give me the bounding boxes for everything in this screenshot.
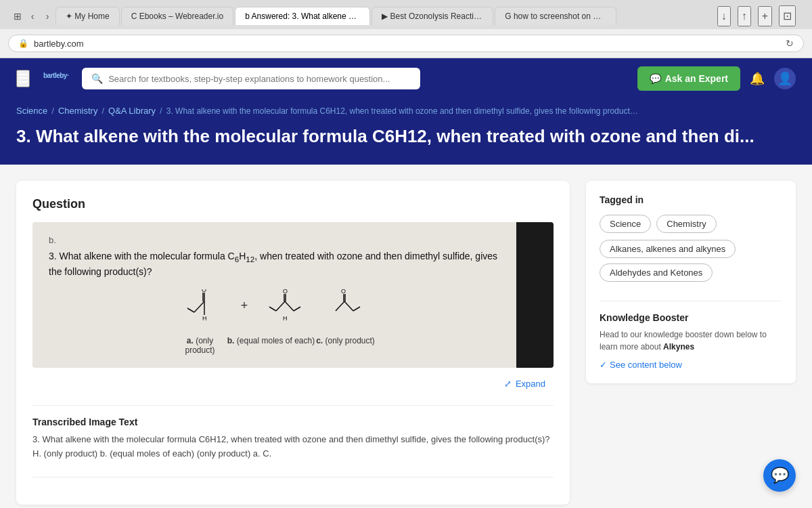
tab-my-home[interactable]: ✦ My Home [55, 7, 120, 25]
browser-tabs: ⊞ ‹ › ✦ My Home C Ebooks – Webreader.io … [0, 0, 812, 29]
tagged-in-card: Tagged in Science Chemistry Alkanes, alk… [586, 181, 796, 383]
breadcrumb-hero: Science / Chemistry / Q&A Library / 3. W… [0, 99, 812, 165]
divider-2 [32, 477, 554, 478]
expand-icon: ⤢ [504, 379, 512, 389]
transcribed-text: 3. What alkene with the molecular formul… [32, 433, 554, 461]
url-bar-row: 🔒 bartleby.com ↻ [0, 29, 812, 58]
kb-title: Knowledge Booster [600, 312, 782, 323]
tab-best-ozonolysis[interactable]: ▶ Best Ozonolysis Reaction Trick for Alk… [371, 7, 493, 25]
browser-chrome: ⊞ ‹ › ✦ My Home C Ebooks – Webreader.io … [0, 0, 812, 58]
lock-icon: 🔒 [18, 39, 28, 48]
plus-sign: + [241, 299, 248, 326]
svg-line-18 [336, 301, 344, 311]
ask-expert-btn[interactable]: 💬 Ask an Expert [637, 66, 740, 91]
tagged-in-label: Tagged in [600, 194, 782, 205]
svg-text:O: O [202, 289, 206, 293]
breadcrumb-qa-library[interactable]: Q&A Library [108, 106, 156, 116]
svg-text:O: O [283, 289, 288, 295]
chat-icon: 💬 [771, 467, 789, 484]
svg-line-12 [269, 307, 276, 311]
site-header: ☰ bartleby· 🔍 💬 Ask an Expert 🔔 👤 [0, 58, 812, 99]
search-input[interactable] [108, 74, 411, 84]
knowledge-booster: Knowledge Booster Head to our knowledge … [600, 301, 782, 370]
tag-alkanes[interactable]: Alkanes, alkenes and alkynes [600, 240, 736, 258]
url-text: bartleby.com [34, 39, 83, 49]
label-c: c. (only product) [315, 336, 376, 355]
tab-favicon: C [131, 12, 139, 21]
tag-aldehydes[interactable]: Aldehydes and Ketones [600, 263, 713, 282]
image-content: b. 3. What alkene with the molecular for… [32, 224, 516, 366]
svg-line-6 [187, 308, 194, 312]
url-bar[interactable]: 🔒 bartleby.com ↻ [8, 35, 804, 52]
search-bar: 🔍 [82, 68, 420, 89]
sidebar-toggle-btn[interactable]: ⊞ [11, 9, 24, 23]
hamburger-menu[interactable]: ☰ [16, 70, 30, 87]
chat-bubble-btn[interactable]: 💬 [763, 459, 796, 492]
labels-row: a. (only product) b. (equal moles of eac… [49, 336, 500, 355]
transcribed-title: Transcribed Image Text [32, 417, 554, 427]
logo-mark: · [67, 72, 68, 79]
main-content: Question b. 3. What alkene with the mole… [0, 165, 812, 508]
svg-line-20 [353, 307, 360, 311]
breadcrumb-current: 3. What alkene with the molecular formul… [166, 106, 640, 116]
svg-line-19 [344, 301, 353, 311]
structure-b: O H [264, 289, 311, 326]
question-image: b. 3. What alkene with the molecular for… [32, 222, 554, 368]
forward-btn[interactable]: › [41, 9, 54, 23]
tag-science[interactable]: Science [600, 215, 651, 233]
kb-text: Head to our knowledge booster down below… [600, 329, 782, 353]
svg-line-3 [194, 301, 204, 312]
see-content-btn[interactable]: ✓ See content below [600, 360, 782, 370]
kb-highlight: Alkynes [663, 342, 694, 352]
wide-tags: Alkanes, alkenes and alkynes Aldehydes a… [600, 240, 782, 287]
right-panel: Tagged in Science Chemistry Alkanes, alk… [586, 181, 796, 505]
question-image-wrap: b. 3. What alkene with the molecular for… [32, 222, 554, 368]
user-icon-symbol: 👤 [777, 71, 792, 86]
structure-c: O [328, 289, 365, 326]
divider-1 [32, 405, 554, 406]
download-btn[interactable]: ↓ [717, 6, 731, 26]
tab-ebooks[interactable]: C Ebooks – Webreader.io [121, 7, 234, 25]
tab-answered[interactable]: b Answered: 3. What alkene with the mole… [235, 7, 370, 25]
tabs-btn[interactable]: ⊡ [779, 5, 796, 26]
tab-screenshot[interactable]: G how to screenshot on mac - Google Sear… [495, 7, 616, 25]
header-right: 💬 Ask an Expert 🔔 👤 [637, 66, 796, 91]
structure-a: O H [184, 289, 225, 326]
image-question-text: 3. What alkene with the molecular formul… [49, 249, 500, 280]
refresh-icon[interactable]: ↻ [786, 38, 794, 49]
structure-b-svg: O H [264, 289, 311, 326]
breadcrumb: Science / Chemistry / Q&A Library / 3. W… [16, 106, 796, 116]
back-btn[interactable]: ‹ [26, 9, 39, 23]
search-icon: 🔍 [91, 73, 103, 84]
question-label: Question [32, 197, 554, 211]
new-tab-btn[interactable]: + [758, 6, 772, 26]
tags-row: Science Chemistry [600, 215, 782, 233]
share-btn[interactable]: ↑ [738, 6, 751, 26]
tab-favicon: ✦ [66, 12, 74, 21]
svg-line-13 [294, 307, 300, 311]
label-a: a. (only product) [173, 336, 227, 355]
notification-bell-icon[interactable]: 🔔 [750, 71, 765, 86]
chevron-down-icon: ✓ [600, 360, 607, 370]
question-panel: Question b. 3. What alkene with the mole… [16, 181, 570, 505]
svg-text:H: H [283, 315, 288, 322]
svg-text:O: O [341, 289, 346, 295]
expand-btn[interactable]: ⤢ Expand [504, 379, 545, 389]
tag-chemistry[interactable]: Chemistry [656, 215, 717, 233]
tab-favicon: ▶ [382, 12, 390, 21]
label-b: b. (equal moles of each) [227, 336, 315, 355]
breadcrumb-sep-1: / [51, 106, 54, 116]
structure-a-svg: O H [184, 289, 225, 326]
breadcrumb-chemistry[interactable]: Chemistry [58, 106, 98, 116]
user-avatar[interactable]: 👤 [774, 68, 796, 89]
tab-favicon: b [245, 12, 251, 21]
breadcrumb-science[interactable]: Science [16, 106, 47, 116]
tab-favicon: G [505, 12, 514, 21]
structures-row: O H + O [49, 289, 500, 326]
expand-bar: ⤢ Expand [32, 373, 554, 394]
svg-line-10 [276, 301, 285, 311]
svg-text:H: H [202, 315, 207, 322]
structure-c-svg: O [328, 289, 365, 326]
logo: bartleby· [43, 69, 68, 88]
breadcrumb-sep-3: / [160, 106, 162, 116]
